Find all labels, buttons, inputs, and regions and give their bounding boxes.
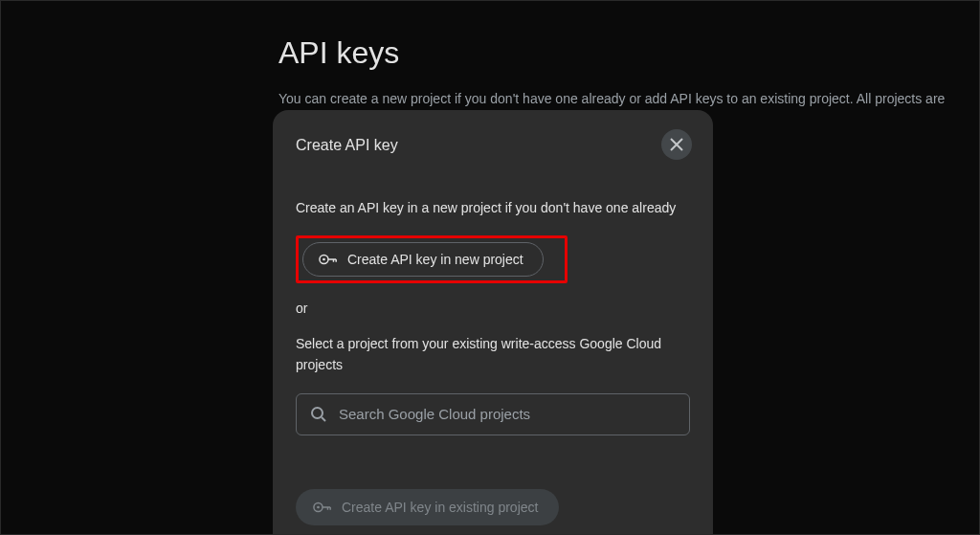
search-projects-input[interactable] [339, 406, 676, 422]
existing-project-button-label: Create API key in existing project [342, 500, 538, 515]
close-icon [669, 137, 684, 152]
new-project-button-label: Create API key in new project [347, 252, 523, 267]
new-project-instruction: Create an API key in a new project if yo… [296, 198, 690, 218]
create-key-new-project-button[interactable]: Create API key in new project [302, 242, 544, 277]
modal-title: Create API key [296, 137, 398, 154]
search-icon [310, 406, 327, 423]
modal-overlay: Create API key Create an API key in a ne… [1, 1, 979, 534]
svg-point-2 [312, 408, 323, 418]
search-projects-field[interactable] [296, 393, 690, 435]
svg-point-4 [317, 505, 320, 508]
or-separator: or [296, 301, 690, 316]
existing-project-instruction: Select a project from your existing writ… [296, 333, 679, 376]
close-button[interactable] [661, 129, 692, 160]
highlight-annotation: Create API key in new project [296, 235, 568, 283]
svg-point-1 [323, 258, 325, 261]
key-icon [313, 501, 332, 514]
create-key-existing-project-button[interactable]: Create API key in existing project [296, 489, 559, 525]
create-api-key-modal: Create API key Create an API key in a ne… [273, 110, 713, 535]
key-icon [319, 253, 338, 266]
